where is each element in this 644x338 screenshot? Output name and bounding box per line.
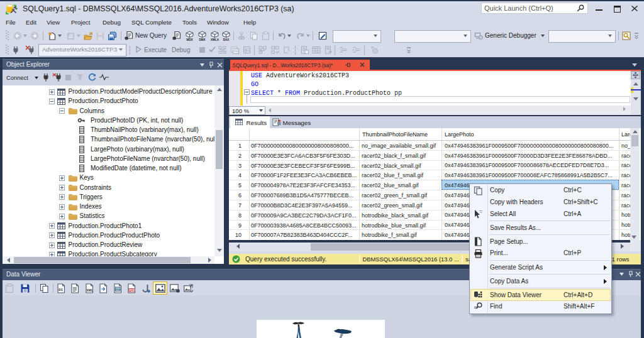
svg-text:PDF: PDF (129, 289, 135, 292)
svg-text:DMX: DMX (199, 38, 206, 41)
svg-text:01: 01 (58, 288, 64, 292)
svg-text:MDX: MDX (186, 38, 193, 41)
svg-text:XML: XML (86, 288, 93, 292)
svg-text:DAX: DAX (223, 38, 230, 41)
svg-text:XMLA: XMLA (211, 38, 219, 41)
